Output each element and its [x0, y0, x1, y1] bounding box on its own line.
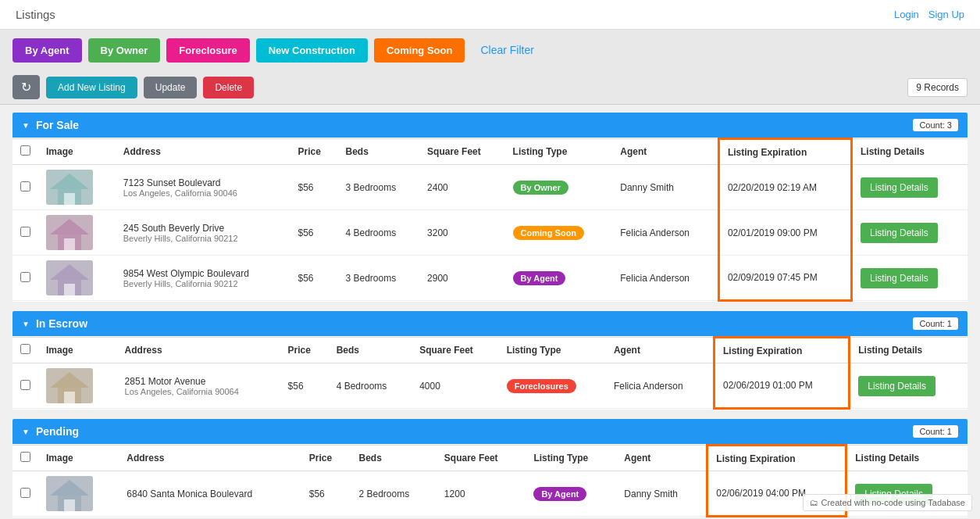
table-header-row: ImageAddressPriceBedsSquare FeetListing … [12, 139, 968, 165]
table-row: 7123 Sunset BoulevardLos Angeles, Califo… [12, 165, 968, 210]
row-details-cell: Listing Details [852, 165, 968, 210]
section-count: Count: 3 [913, 119, 958, 131]
row-address-cell: 6840 Santa Monica Boulevard [119, 471, 301, 517]
watermark-icon: 🗂 [810, 498, 818, 507]
table-row: 9854 West Olympic BoulevardBeverly Hills… [12, 256, 968, 301]
row-image-cell [38, 256, 116, 301]
top-nav: Listings Login Sign Up [0, 0, 980, 30]
row-checkbox-cell [12, 256, 38, 301]
property-image [46, 260, 93, 295]
row-listing-type-cell: By Owner [505, 165, 613, 210]
address-line2: Los Angeles, California 90064 [125, 387, 273, 396]
col-header-listing-details: Listing Details [852, 139, 968, 165]
svg-rect-11 [64, 284, 75, 295]
col-header-listing-expiration: Listing Expiration [718, 139, 851, 165]
listing-details-button[interactable]: Listing Details [861, 177, 938, 198]
row-sqft-cell: 2900 [419, 256, 505, 301]
section-header-left: ▼ For Sale [22, 119, 79, 131]
col-header-listing-details: Listing Details [846, 446, 968, 471]
row-checkbox[interactable] [20, 272, 30, 282]
row-listing-type-cell: Coming Soon [505, 210, 613, 256]
table-header-row: ImageAddressPriceBedsSquare FeetListing … [12, 446, 968, 471]
row-address-cell: 9854 West Olympic BoulevardBeverly Hills… [116, 256, 290, 301]
row-sqft-cell: 2400 [419, 165, 505, 210]
row-checkbox[interactable] [20, 227, 30, 237]
row-expiration-cell: 02/20/2019 02:19 AM [718, 165, 851, 210]
row-details-cell: Listing Details [852, 210, 968, 256]
filter-coming-soon-button[interactable]: Coming Soon [374, 38, 465, 63]
svg-rect-19 [64, 499, 75, 511]
listing-type-badge: Coming Soon [513, 226, 585, 240]
col-header-image: Image [38, 338, 117, 363]
select-all-checkbox[interactable] [20, 452, 30, 462]
listing-details-button[interactable]: Listing Details [858, 376, 935, 396]
row-address-cell: 245 South Beverly DriveBeverly Hills, Ca… [116, 210, 290, 256]
filter-foreclosure-button[interactable]: Foreclosure [166, 38, 249, 63]
login-link[interactable]: Login [894, 9, 919, 20]
row-address-cell: 2851 Motor AvenueLos Angeles, California… [117, 363, 280, 409]
listing-type-badge: Foreclosures [507, 379, 576, 393]
row-image-cell [38, 471, 119, 517]
col-checkbox [12, 338, 38, 363]
col-header-price: Price [280, 338, 329, 363]
row-beds-cell: 3 Bedrooms [337, 256, 419, 301]
col-checkbox [12, 446, 38, 471]
listing-details-button[interactable]: Listing Details [861, 268, 938, 288]
row-sqft-cell: 3200 [419, 210, 505, 256]
section-title: For Sale [36, 119, 79, 131]
section-count: Count: 1 [913, 317, 958, 330]
svg-rect-7 [64, 238, 75, 250]
update-button[interactable]: Update [144, 77, 198, 98]
col-header-square-feet: Square Feet [437, 446, 526, 471]
row-price-cell: $56 [280, 363, 329, 409]
row-agent-cell: Danny Smith [612, 165, 718, 210]
section-title: In Escrow [36, 317, 87, 330]
row-checkbox-cell [12, 363, 38, 409]
watermark-text: Created with no-code using Tadabase [821, 498, 965, 507]
property-image [46, 476, 93, 511]
section-chevron-icon[interactable]: ▼ [22, 121, 30, 130]
row-price-cell: $56 [301, 471, 351, 517]
col-header-beds: Beds [351, 446, 436, 471]
section-header-in-escrow: ▼ In Escrow Count: 1 [12, 311, 968, 336]
row-price-cell: $56 [290, 210, 338, 256]
records-count: 9 Records [907, 78, 968, 97]
filter-by-agent-button[interactable]: By Agent [12, 38, 82, 63]
section-count: Count: 1 [913, 425, 958, 438]
col-header-price: Price [301, 446, 351, 471]
col-header-image: Image [38, 139, 116, 165]
add-new-listing-button[interactable]: Add New Listing [46, 77, 137, 98]
filter-by-owner-button[interactable]: By Owner [88, 38, 161, 63]
row-checkbox[interactable] [20, 181, 30, 191]
row-checkbox[interactable] [20, 380, 30, 390]
property-image [46, 170, 93, 205]
listing-details-button[interactable]: Listing Details [861, 223, 938, 243]
row-address-cell: 7123 Sunset BoulevardLos Angeles, Califo… [116, 165, 290, 210]
row-beds-cell: 4 Bedrooms [329, 363, 412, 409]
listing-type-badge: By Agent [513, 271, 566, 285]
section-chevron-icon[interactable]: ▼ [22, 428, 30, 436]
col-header-beds: Beds [337, 139, 419, 165]
col-header-listing-details: Listing Details [850, 338, 968, 363]
col-header-listing-type: Listing Type [505, 139, 613, 165]
clear-filter-button[interactable]: Clear Filter [471, 38, 543, 63]
row-listing-type-cell: By Agent [526, 471, 616, 517]
select-all-checkbox[interactable] [20, 145, 30, 156]
address-line2: Beverly Hills, California 90212 [123, 234, 283, 243]
section-header-pending: ▼ Pending Count: 1 [12, 419, 968, 444]
col-header-address: Address [119, 446, 301, 471]
row-checkbox[interactable] [20, 488, 30, 498]
section-chevron-icon[interactable]: ▼ [22, 320, 30, 328]
row-sqft-cell: 4000 [412, 363, 499, 409]
row-details-cell: Listing Details [850, 363, 968, 409]
col-header-square-feet: Square Feet [419, 139, 505, 165]
select-all-checkbox[interactable] [20, 344, 30, 354]
address-line2: Los Angeles, California 90046 [123, 188, 283, 198]
filter-new-construction-button[interactable]: New Construction [256, 38, 368, 63]
svg-rect-3 [64, 193, 75, 205]
signup-link[interactable]: Sign Up [928, 9, 964, 20]
refresh-button[interactable]: ↻ [12, 75, 40, 99]
delete-button[interactable]: Delete [203, 77, 254, 98]
table-in-escrow: ImageAddressPriceBedsSquare FeetListing … [12, 336, 968, 410]
row-beds-cell: 3 Bedrooms [337, 165, 419, 210]
